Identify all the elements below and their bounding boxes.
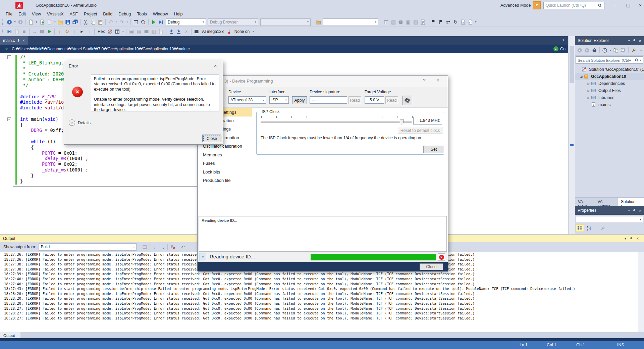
panel-tab-va-outline[interactable]: VA Outline (594, 198, 618, 206)
properties-header[interactable]: Properties ▾ × (575, 206, 644, 215)
dialog-title-bar[interactable]: 3) - Device Programming ? × (198, 76, 448, 87)
pin-icon[interactable] (17, 39, 20, 43)
swap-icon[interactable]: ⇄ (444, 18, 452, 26)
se-pending-changes-icon[interactable] (601, 47, 608, 54)
menu-build[interactable]: Build (100, 12, 115, 16)
add-new-item-icon[interactable] (46, 18, 53, 26)
panel-tab-solution-e-[interactable]: Solution E... (618, 198, 644, 206)
se-forward-icon[interactable] (583, 47, 591, 54)
tab-output[interactable]: Output (0, 332, 20, 338)
show-next-statement-icon[interactable] (13, 28, 20, 35)
expander-expanded-icon[interactable]: ◢ (579, 75, 584, 78)
window-layout-icon[interactable] (132, 18, 140, 26)
search-options-dropdown-icon[interactable]: ▾ (640, 59, 641, 62)
data-visualizer-icon[interactable] (419, 18, 427, 26)
read-voltage-button[interactable]: Read (385, 96, 398, 104)
word-wrap-icon[interactable]: ↩ (179, 243, 187, 251)
tab-close-icon[interactable]: × (22, 38, 25, 43)
step-over-icon[interactable]: ↻ (63, 28, 71, 35)
restart-icon[interactable]: → (31, 28, 38, 35)
toolbar-overflow-dropdown[interactable]: ▾ (474, 18, 478, 26)
bookmark-icon[interactable] (430, 18, 437, 26)
previous-message-icon[interactable]: ← (151, 243, 159, 251)
show-output-icon[interactable] (382, 18, 390, 26)
apply-button[interactable]: Apply (292, 96, 307, 104)
settings-gear-icon[interactable] (402, 96, 412, 105)
target-voltage-field[interactable]: 5.0 V (365, 96, 384, 104)
close-icon[interactable]: × (639, 38, 641, 43)
close-icon[interactable]: × (214, 63, 217, 68)
expander-collapsed-icon[interactable]: ▷ (586, 82, 591, 85)
navigate-backward-dropdown[interactable]: ▾ (13, 18, 17, 26)
program-device-icon[interactable] (168, 28, 175, 35)
tree-item-libraries[interactable]: ▷Libraries (575, 94, 644, 101)
step-out-icon[interactable]: ↑ (71, 28, 78, 35)
attach-target-icon[interactable] (315, 18, 322, 26)
property-pages-wrench-icon[interactable] (598, 224, 607, 232)
reset-default-clock-button[interactable]: Reset to default clock (398, 127, 442, 134)
tool-settings-icon[interactable]: ▣ (128, 28, 135, 35)
editor-vertical-scrollbar[interactable] (568, 36, 575, 234)
device-nav-production-file[interactable]: Production file (198, 176, 255, 185)
alphabetical-sort-icon[interactable]: AZ (585, 224, 593, 232)
bookmark-next-icon[interactable] (437, 18, 444, 26)
tool-status-icon[interactable] (225, 28, 233, 35)
solution-platform-combo[interactable]: ▾ (260, 18, 311, 26)
toolbox-icon[interactable]: ▤ (390, 18, 397, 26)
menu-edit[interactable]: Edit (15, 12, 29, 16)
menu-tools[interactable]: Tools (134, 12, 150, 16)
add-item-icon[interactable] (38, 18, 46, 26)
copy-icon[interactable] (89, 18, 97, 26)
toolbar-grip[interactable] (2, 19, 4, 25)
pin-icon[interactable] (633, 39, 636, 43)
tree-item-gccapplication10[interactable]: ◢GccApplication10 (575, 73, 644, 80)
menu-view[interactable]: View (29, 12, 44, 16)
isp-clock-slider[interactable] (261, 121, 412, 123)
panel-tab-va-view[interactable]: VA View (575, 198, 594, 206)
pin-icon[interactable] (633, 208, 636, 212)
new-file-dropdown[interactable]: ▾ (35, 18, 38, 26)
file-path[interactable]: C:₩Users₩dlek5₩Documents₩Atmel Studio₩7.… (12, 47, 553, 51)
menu-vassistx[interactable]: VAssistX (44, 12, 66, 16)
se-home-icon[interactable] (591, 47, 598, 54)
device-chip-icon[interactable] (193, 28, 200, 35)
new-project-icon[interactable] (27, 18, 35, 26)
go-control[interactable]: ▸ Go (553, 46, 566, 51)
processor-view-icon[interactable] (143, 28, 150, 35)
window-menu-dropdown-icon[interactable]: ▾ (628, 39, 630, 42)
menu-asf[interactable]: ASF (67, 12, 81, 16)
memory-view-icon[interactable] (114, 28, 121, 35)
solution-explorer-search-input[interactable]: Search Solution Explorer (Ctrl+ ▾ (576, 56, 643, 64)
firmware-upgrade-icon[interactable]: ▣ (405, 18, 412, 26)
close-icon[interactable]: × (436, 78, 439, 84)
device-pack-manager-icon[interactable] (397, 18, 405, 26)
tab-list-dropdown-icon[interactable]: ▾ (562, 36, 568, 45)
close-icon[interactable]: × (636, 236, 639, 241)
tree-item-output-files[interactable]: ▷Output Files (575, 87, 644, 94)
se-sync-icon[interactable] (612, 47, 620, 54)
menu-window[interactable]: Window (150, 12, 171, 16)
output-scrollbar[interactable] (638, 252, 644, 332)
isp-clock-value[interactable]: 1.843 MHz (413, 117, 442, 124)
paste-icon[interactable] (97, 18, 104, 26)
navigate-forward-icon[interactable] (17, 18, 24, 26)
tab-main-c[interactable]: main.c × (0, 36, 28, 45)
se-pending-dropdown[interactable]: ▾ (608, 47, 612, 54)
fold-marker-icon[interactable]: − (7, 55, 11, 59)
save-all-icon[interactable] (71, 18, 79, 26)
message-list-icon[interactable]: ▤ (141, 243, 148, 251)
expander-collapsed-icon[interactable]: ▷ (586, 89, 591, 92)
start-debugging-icon[interactable] (150, 18, 157, 26)
device-signature-field[interactable]: --- (310, 96, 347, 104)
categorized-view-icon[interactable] (576, 224, 584, 232)
erase-device-icon[interactable]: × (182, 28, 190, 35)
add-dropdown[interactable]: ▾ (53, 18, 57, 26)
cancel-operation-button[interactable]: × (438, 253, 445, 261)
interface-combo[interactable]: ISP ˅ (269, 96, 289, 104)
tree-item-solution-gccapplication10-1[interactable]: Solution 'GccApplication10' (1 (575, 66, 644, 73)
refresh-icon[interactable]: ↻ (452, 18, 459, 26)
next-message-icon[interactable]: → (159, 243, 166, 251)
quick-launch-input[interactable]: Quick Launch (Ctrl+Q) (543, 2, 604, 9)
break-all-icon[interactable]: ▮▮ (38, 28, 46, 35)
minimize-button[interactable]: – (610, 1, 621, 9)
